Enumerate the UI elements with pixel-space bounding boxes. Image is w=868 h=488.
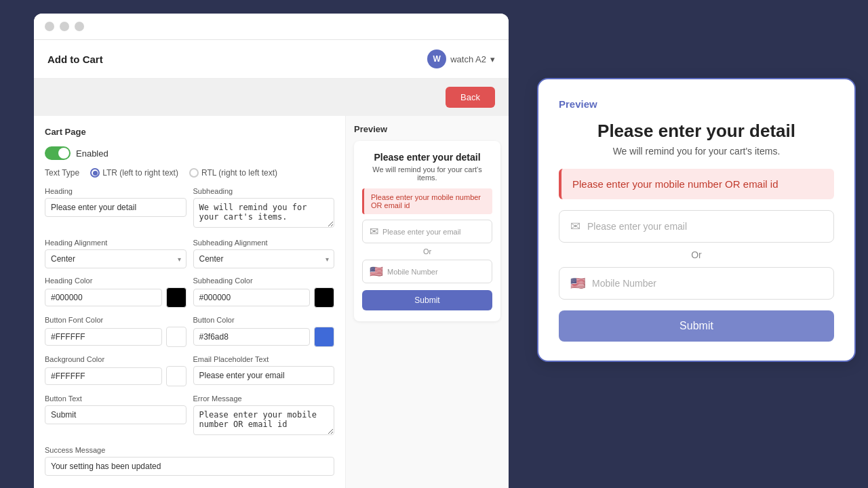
success-message-input[interactable] (45, 457, 334, 476)
alignment-row: Heading Alignment Center Left Right Subh… (45, 239, 334, 268)
user-badge[interactable]: W watch A2 ▾ (427, 49, 495, 68)
small-preview-title: Preview (354, 124, 500, 134)
large-preview-label: Preview (559, 98, 834, 110)
settings-panel: Cart Page Enabled Text Type LTR (left to… (34, 116, 346, 488)
button-text-label: Button Text (45, 394, 186, 403)
background-color-swatch[interactable] (166, 366, 186, 386)
back-area: Back (34, 79, 509, 116)
subheading-color-input[interactable] (193, 289, 311, 306)
success-message-row: Success Message (45, 446, 334, 476)
error-message-input[interactable]: Please enter your mobile number OR email… (193, 405, 335, 435)
envelope-icon: ✉ (370, 225, 378, 238)
large-preview-heading: Please enter your detail (559, 121, 834, 142)
large-preview-mobile-field: 🇺🇸 Mobile Number (559, 267, 834, 300)
button-color-group: Button Color (193, 316, 335, 347)
title-bar-dot-2 (60, 22, 69, 31)
enabled-toggle[interactable] (45, 146, 71, 160)
button-color-row (193, 327, 335, 347)
subheading-alignment-group: Subheading Alignment Center Left Right (193, 239, 335, 268)
success-message-label: Success Message (45, 446, 334, 454)
color-row-1: Heading Color Subheading Color (45, 277, 334, 308)
title-bar-dot-3 (75, 22, 84, 31)
button-text-group: Button Text (45, 394, 186, 438)
heading-alignment-label: Heading Alignment (45, 239, 186, 247)
subheading-color-group: Subheading Color (193, 277, 335, 308)
subheading-color-row (193, 287, 335, 308)
background-color-label: Background Color (45, 355, 186, 363)
large-preview-email-field: ✉ Please enter your email (559, 210, 834, 243)
app-header: Add to Cart W watch A2 ▾ (34, 40, 509, 79)
radio-rtl-label: RTL (right to left text) (201, 168, 277, 178)
app-title: Add to Cart (47, 54, 103, 65)
email-placeholder-group: Email Placeholder Text (193, 355, 335, 386)
heading-color-swatch[interactable] (166, 287, 186, 308)
back-button[interactable]: Back (446, 87, 495, 108)
user-name: watch A2 (450, 54, 486, 64)
heading-group: Heading (45, 187, 186, 230)
heading-alignment-select[interactable]: Center Left Right (45, 249, 186, 268)
small-preview-or: Or (362, 247, 492, 256)
small-preview-submit-button[interactable]: Submit (362, 290, 492, 310)
radio-ltr-circle (90, 168, 100, 178)
subheading-label: Subheading (193, 187, 335, 195)
small-preview-heading: Please enter your detail (362, 152, 492, 163)
subheading-color-swatch[interactable] (314, 287, 334, 308)
button-font-color-input[interactable] (45, 328, 162, 346)
subheading-alignment-label: Subheading Alignment (193, 239, 335, 247)
large-envelope-icon: ✉ (570, 219, 580, 234)
background-color-row (45, 366, 186, 386)
error-message-label: Error Message (193, 394, 335, 403)
button-font-color-row (45, 327, 186, 347)
small-preview-card: Please enter your detail We will remind … (354, 141, 500, 321)
large-preview-subheading: We will remind you for your cart's items… (559, 146, 834, 157)
large-flag-icon: 🇺🇸 (570, 276, 585, 291)
large-preview-mobile-placeholder: Mobile Number (592, 278, 656, 289)
small-preview-panel: Preview Please enter your detail We will… (346, 116, 509, 488)
button-color-input[interactable] (193, 328, 311, 346)
heading-subheading-row: Heading Subheading We will remind you fo… (45, 187, 334, 230)
button-text-input[interactable] (45, 405, 186, 424)
button-color-label: Button Color (193, 316, 335, 324)
text-type-label: Text Type (45, 168, 79, 178)
subheading-group: Subheading We will remind you for your c… (193, 187, 335, 230)
small-preview-subheading: We will remind you for your cart's items… (362, 165, 492, 182)
editor-panel: Add to Cart W watch A2 ▾ Back Cart Page … (34, 14, 509, 488)
large-preview-submit-button[interactable]: Submit (559, 310, 834, 342)
email-placeholder-input[interactable] (193, 366, 335, 385)
email-placeholder-label: Email Placeholder Text (193, 355, 335, 363)
radio-rtl-circle (189, 168, 199, 178)
small-preview-mobile-placeholder: Mobile Number (387, 268, 438, 276)
subheading-input[interactable]: We will remind you for your cart's items… (193, 198, 335, 228)
success-message-group: Success Message (45, 446, 334, 476)
flag-icon: 🇺🇸 (370, 265, 383, 278)
heading-alignment-select-wrapper: Center Left Right (45, 249, 186, 268)
user-avatar: W (427, 49, 446, 68)
heading-color-group: Heading Color (45, 277, 186, 308)
small-preview-email-placeholder: Please enter your email (382, 228, 461, 236)
small-preview-error: Please enter your mobile number OR email… (362, 188, 492, 214)
toggle-row: Enabled (45, 146, 334, 160)
large-preview-error: Please enter your mobile number OR email… (559, 169, 834, 199)
title-bar-dot-1 (45, 22, 54, 31)
heading-alignment-group: Heading Alignment Center Left Right (45, 239, 186, 268)
button-font-color-swatch[interactable] (166, 327, 186, 347)
color-row-2: Button Font Color Button Color (45, 316, 334, 347)
heading-color-input[interactable] (45, 289, 162, 306)
small-preview-mobile-input: 🇺🇸 Mobile Number (362, 260, 492, 283)
subheading-alignment-select-wrapper: Center Left Right (193, 249, 335, 268)
button-color-swatch[interactable] (314, 327, 334, 347)
button-error-row: Button Text Error Message Please enter y… (45, 394, 334, 438)
color-row-3: Background Color Email Placeholder Text (45, 355, 334, 386)
heading-label: Heading (45, 187, 186, 195)
heading-input[interactable] (45, 198, 186, 217)
subheading-alignment-select[interactable]: Center Left Right (193, 249, 335, 268)
radio-ltr[interactable]: LTR (left to right text) (90, 168, 178, 178)
background-color-input[interactable] (45, 367, 162, 385)
large-preview-or: Or (559, 249, 834, 260)
title-bar (34, 14, 509, 40)
radio-rtl[interactable]: RTL (right to left text) (189, 168, 277, 178)
error-message-group: Error Message Please enter your mobile n… (193, 394, 335, 438)
small-preview-email-input: ✉ Please enter your email (362, 220, 492, 243)
heading-color-label: Heading Color (45, 277, 186, 285)
large-preview-card: Preview Please enter your detail We will… (537, 78, 856, 362)
